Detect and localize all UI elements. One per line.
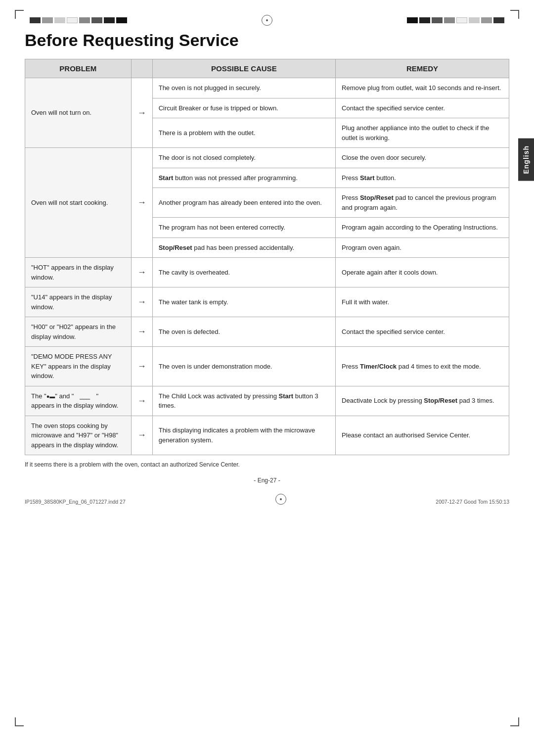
arrow-cell: → <box>131 416 152 455</box>
remedy-cell: Contact the specified service center. <box>336 98 509 118</box>
remedy-cell: Plug another appliance into the outlet t… <box>336 118 509 148</box>
remedy-cell: Press Start button. <box>336 168 509 188</box>
arrow-cell: → <box>131 78 152 148</box>
cause-cell: The oven is defected. <box>152 317 335 347</box>
remedy-cell: Contact the specified service center. <box>336 317 509 347</box>
header-arrow-spacer <box>131 59 152 78</box>
arrow-cell: → <box>131 258 152 287</box>
reg-block-r4 <box>444 17 455 23</box>
top-marks <box>25 15 509 26</box>
english-tab: English <box>518 139 534 181</box>
footer-file: IP1589_38S80KP_Eng_06_071227.indd 27 <box>25 499 126 505</box>
reg-block-3 <box>54 17 65 23</box>
corner-mark-br <box>510 717 519 726</box>
service-table: Problem Possible Cause Remedy Oven will … <box>25 59 509 455</box>
problem-cell: "U14" appears in the display window. <box>25 287 132 317</box>
table-row: Oven will not turn on.→The oven is not p… <box>25 78 509 98</box>
reg-block-6 <box>91 17 102 23</box>
remedy-cell: Press Stop/Reset pad to cancel the previ… <box>336 188 509 218</box>
table-row: Oven will not start cooking.→The door is… <box>25 148 509 168</box>
remedy-cell: Program again according to the Operating… <box>336 218 509 238</box>
remedy-cell: Full it with water. <box>336 287 509 317</box>
header-cause: Possible Cause <box>152 59 335 78</box>
cause-cell: Another program has already been entered… <box>152 188 335 218</box>
remedy-cell: Please contact an authorised Service Cen… <box>336 416 509 455</box>
reg-block-r2 <box>419 17 430 23</box>
remedy-cell: Close the oven door securely. <box>336 148 509 168</box>
header-remedy: Remedy <box>336 59 509 78</box>
corner-mark-tl <box>15 10 24 19</box>
remedy-cell: Operate again after it cools down. <box>336 258 509 287</box>
reg-block-r3 <box>432 17 443 23</box>
problem-cell: Oven will not turn on. <box>25 78 132 148</box>
page-title: Before Requesting Service <box>25 31 509 50</box>
reg-block-r1 <box>407 17 418 23</box>
cause-cell: The door is not closed completely. <box>152 148 335 168</box>
reg-block-r5 <box>456 17 467 23</box>
table-row: "H00" or "H02" appears in the display wi… <box>25 317 509 347</box>
cause-cell: The oven is not plugged in securely. <box>152 78 335 98</box>
problem-cell: "HOT" appears in the display window. <box>25 258 132 287</box>
cause-cell: The oven is under demonstration mode. <box>152 347 335 386</box>
problem-cell: Oven will not start cooking. <box>25 148 132 258</box>
footer-page-number: - Eng-27 - <box>25 477 509 484</box>
corner-mark-tr <box>510 10 519 19</box>
reg-block-7 <box>104 17 115 23</box>
arrow-cell: → <box>131 386 152 416</box>
reg-block-r7 <box>481 17 492 23</box>
reg-block-5 <box>79 17 90 23</box>
corner-mark-bl <box>15 717 24 726</box>
table-row: The oven stops cooking by microwave and … <box>25 416 509 455</box>
center-registration-mark <box>262 15 272 26</box>
header-problem: Problem <box>25 59 132 78</box>
footer-note: If it seems there is a problem with the … <box>25 461 509 468</box>
cause-cell: Start button was not pressed after progr… <box>152 168 335 188</box>
footer-date: 2007-12-27 Good Tom 15:50:13 <box>436 499 509 505</box>
problem-cell: The oven stops cooking by microwave and … <box>25 416 132 455</box>
remedy-cell: Deactivate Lock by pressing Stop/Reset p… <box>336 386 509 416</box>
reg-block-2 <box>42 17 53 23</box>
footer-bottom: IP1589_38S80KP_Eng_06_071227.indd 27 200… <box>25 494 509 505</box>
cause-cell: This displaying indicates a problem with… <box>152 416 335 455</box>
cause-cell: The water tank is empty. <box>152 287 335 317</box>
problem-cell: "H00" or "H02" appears in the display wi… <box>25 317 132 347</box>
table-row: "U14" appears in the display window.→The… <box>25 287 509 317</box>
reg-block-1 <box>30 17 41 23</box>
cause-cell: The Child Lock was activated by pressing… <box>152 386 335 416</box>
reg-block-r6 <box>469 17 480 23</box>
cause-cell: There is a problem with the outlet. <box>152 118 335 148</box>
page-container: Before Requesting Service English Proble… <box>0 0 534 756</box>
arrow-cell: → <box>131 287 152 317</box>
bottom-registration-mark <box>275 494 286 505</box>
remedy-cell: Program oven again. <box>336 237 509 258</box>
arrow-cell: → <box>131 347 152 386</box>
reg-block-8 <box>116 17 127 23</box>
remedy-cell: Remove plug from outlet, wait 10 seconds… <box>336 78 509 98</box>
cause-cell: The cavity is overheated. <box>152 258 335 287</box>
cause-cell: Circuit Breaker or fuse is tripped or bl… <box>152 98 335 118</box>
problem-cell: "DEMO MODE PRESS ANY KEY" appears in the… <box>25 347 132 386</box>
reg-block-4 <box>67 17 78 23</box>
cause-cell: The program has not been entered correct… <box>152 218 335 238</box>
remedy-cell: Press Timer/Clock pad 4 times to exit th… <box>336 347 509 386</box>
problem-cell: The "●▬" and " ⎯⎯⎯ "appears in the displ… <box>25 386 132 416</box>
table-row: "DEMO MODE PRESS ANY KEY" appears in the… <box>25 347 509 386</box>
top-marks-right <box>407 17 504 23</box>
table-row: "HOT" appears in the display window.→The… <box>25 258 509 287</box>
top-marks-left <box>30 17 127 23</box>
table-header-row: Problem Possible Cause Remedy <box>25 59 509 78</box>
reg-block-r8 <box>493 17 504 23</box>
arrow-cell: → <box>131 317 152 347</box>
arrow-cell: → <box>131 148 152 258</box>
cause-cell: Stop/Reset pad has been pressed accident… <box>152 237 335 258</box>
table-row: The "●▬" and " ⎯⎯⎯ "appears in the displ… <box>25 386 509 416</box>
